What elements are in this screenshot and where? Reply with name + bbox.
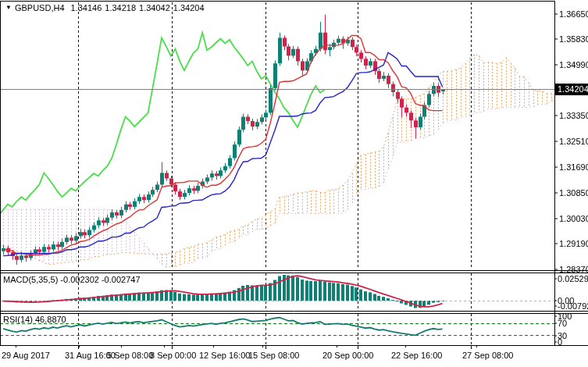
symbol-period-label: GBPUSD,H4 [15, 3, 65, 12]
rsi-indicator-label: RSI(14) 46.8870 [3, 315, 66, 324]
close-value: 1.34204 [173, 3, 205, 12]
low-value: 1.34042 [139, 3, 170, 12]
rsi-value: 46.8870 [35, 315, 66, 324]
open-value: 1.34146 [71, 3, 102, 12]
macd-name: MACD(5,35,5) [3, 275, 58, 284]
chart-title: ▼ GBPUSD,H4 1.34146 1.34218 1.34042 1.34… [5, 3, 205, 12]
chart-window: 1.366501.358301.349901.333501.325101.316… [0, 0, 588, 367]
current-price-tag: 1.34204 [555, 84, 588, 95]
macd-values: -0.002302 -0.002747 [60, 275, 140, 284]
macd-indicator-label: MACD(5,35,5) -0.002302 -0.002747 [3, 275, 141, 284]
high-value: 1.34218 [105, 3, 136, 12]
rsi-name: RSI(14) [3, 315, 33, 324]
price-chart-canvas[interactable] [0, 0, 588, 367]
ohlc-marker-icon: ▼ [5, 4, 12, 12]
